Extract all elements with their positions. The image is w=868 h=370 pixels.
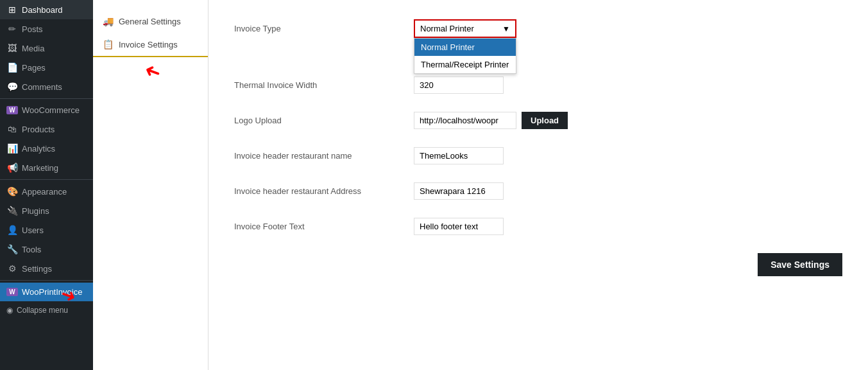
invoice-type-dropdown-menu: Normal Printer Thermal/Receipt Printer (414, 38, 516, 74)
posts-icon: ✏ (6, 24, 18, 34)
sidebar-item-marketing[interactable]: 📢 Marketing (0, 158, 93, 177)
marketing-icon: 📢 (6, 163, 18, 173)
sidebar-item-appearance[interactable]: 🎨 Appearance (0, 182, 93, 201)
divider-3 (0, 280, 93, 281)
sidebar-item-posts[interactable]: ✏ Posts (0, 19, 93, 39)
save-settings-button[interactable]: Save Settings (758, 253, 842, 276)
divider-1 (0, 98, 93, 99)
sidebar-item-products[interactable]: 🛍 Products (0, 119, 93, 139)
dashboard-icon: ⊞ (6, 4, 18, 15)
logo-url-input[interactable] (414, 112, 516, 129)
logo-upload-row: Logo Upload Upload (234, 112, 842, 129)
divider-2 (0, 179, 93, 180)
dropdown-option-normal[interactable]: Normal Printer (414, 39, 516, 56)
woocommerce-icon: W (6, 106, 18, 114)
sidebar-item-pages[interactable]: 📄 Pages (0, 58, 93, 77)
plugins-icon: 🔌 (6, 206, 18, 216)
invoice-type-select[interactable]: Normal Printer ▼ (414, 19, 516, 38)
header-name-label: Invoice header restaurant name (234, 151, 414, 161)
wooprintinvoice-icon: W (6, 288, 18, 296)
header-address-input[interactable] (414, 182, 504, 200)
sidebar-item-users[interactable]: 👤 Users (0, 220, 93, 240)
invoice-type-row: Invoice Type Normal Printer ▼ Normal Pri… (234, 19, 842, 38)
form-content: Invoice Type Normal Printer ▼ Normal Pri… (208, 0, 868, 370)
nav-invoice-settings[interactable]: 📋 Invoice Settings (93, 33, 208, 57)
sidebar: ⊞ Dashboard ✏ Posts 🖼 Media 📄 Pages 💬 Co… (0, 0, 93, 370)
analytics-icon: 📊 (6, 143, 18, 154)
thermal-width-row: Thermal Invoice Width (234, 76, 842, 94)
media-icon: 🖼 (6, 43, 18, 53)
thermal-width-control (414, 76, 842, 94)
invoice-type-control: Normal Printer ▼ Normal Printer Thermal/… (414, 19, 842, 38)
invoice-type-dropdown-wrapper: Normal Printer ▼ Normal Printer Thermal/… (414, 19, 516, 38)
sidebar-item-dashboard[interactable]: ⊞ Dashboard (0, 0, 93, 19)
upload-button[interactable]: Upload (522, 112, 568, 129)
sidebar-item-analytics[interactable]: 📊 Analytics (0, 139, 93, 158)
sidebar-item-collapse[interactable]: ◉ Collapse menu (0, 301, 93, 319)
footer-text-row: Invoice Footer Text (234, 218, 842, 235)
invoice-settings-icon: 📋 (103, 39, 114, 49)
footer-text-input[interactable] (414, 218, 504, 235)
appearance-icon: 🎨 (6, 186, 18, 197)
sidebar-item-media[interactable]: 🖼 Media (0, 39, 93, 58)
general-settings-icon: 🚚 (103, 16, 114, 26)
thermal-width-label: Thermal Invoice Width (234, 80, 414, 90)
settings-icon: ⚙ (6, 263, 18, 274)
tools-icon: 🔧 (6, 244, 18, 254)
products-icon: 🛍 (6, 124, 18, 134)
arrow-to-invoice: ➜ (144, 62, 208, 82)
sidebar-item-woocommerce[interactable]: W WooCommerce (0, 101, 93, 119)
users-icon: 👤 (6, 225, 18, 235)
logo-upload-control: Upload (414, 112, 842, 129)
logo-upload-label: Logo Upload (234, 116, 414, 125)
invoice-type-label: Invoice Type (234, 24, 414, 33)
dropdown-option-thermal[interactable]: Thermal/Receipt Printer (414, 56, 516, 73)
collapse-icon: ◉ (6, 306, 13, 315)
header-name-control (414, 147, 842, 164)
header-address-label: Invoice header restaurant Address (234, 186, 414, 196)
main-content: 🚚 General Settings 📋 Invoice Settings ➜ … (93, 0, 868, 370)
dropdown-chevron-icon: ▼ (502, 24, 510, 33)
sidebar-item-wooprintinvoice[interactable]: W WooPrintInvoice (0, 283, 93, 301)
header-address-control (414, 182, 842, 200)
footer-text-label: Invoice Footer Text (234, 222, 414, 231)
sidebar-item-tools[interactable]: 🔧 Tools (0, 240, 93, 259)
comments-icon: 💬 (6, 82, 18, 92)
settings-nav: 🚚 General Settings 📋 Invoice Settings ➜ (93, 0, 208, 370)
header-name-row: Invoice header restaurant name (234, 147, 842, 164)
thermal-width-input[interactable] (414, 76, 504, 94)
pages-icon: 📄 (6, 62, 18, 73)
sidebar-item-comments[interactable]: 💬 Comments (0, 77, 93, 96)
nav-general-settings[interactable]: 🚚 General Settings (93, 10, 208, 33)
sidebar-item-settings[interactable]: ⚙ Settings (0, 259, 93, 278)
sidebar-item-plugins[interactable]: 🔌 Plugins (0, 201, 93, 220)
header-name-input[interactable] (414, 147, 504, 164)
footer-text-control (414, 218, 842, 235)
header-address-row: Invoice header restaurant Address (234, 182, 842, 200)
